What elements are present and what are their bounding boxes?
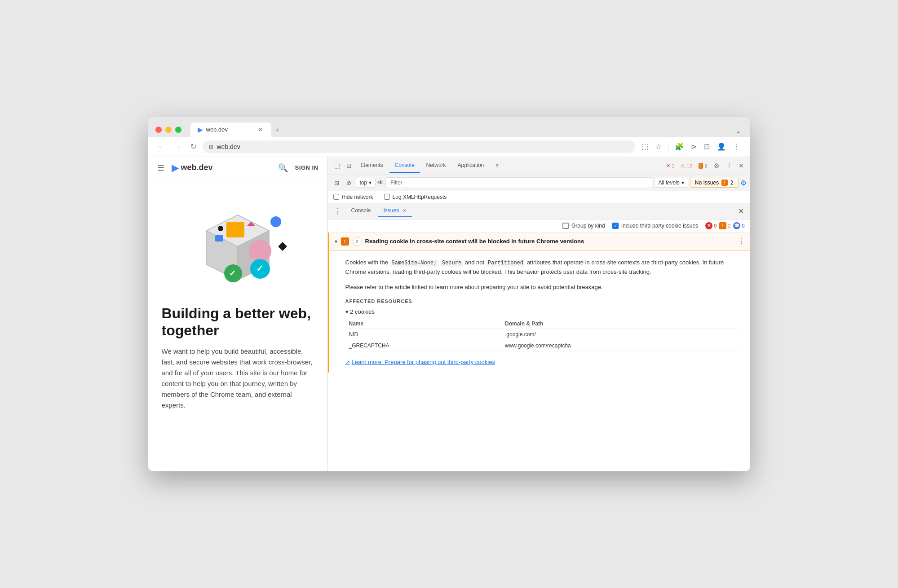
info-badge-icon: 💬 [733,222,740,229]
issues-panel-close[interactable]: ✕ [735,205,747,217]
learn-more-anchor[interactable]: ↗ Learn more: Prepare for phasing out th… [345,359,741,365]
context-dropdown[interactable]: top ▾ [356,178,376,188]
tab-logo-icon: ▶ [198,126,203,133]
split-button[interactable]: ⊡ [701,140,712,153]
console-settings-icon[interactable]: ⚙ [740,179,747,187]
url-bar: ← → ↻ ⊞ web.dev ⬚ ☆ 🧩 ⊳ ⊡ 👤 ⋮ [148,137,750,157]
code-samesite: SameSite=None; [390,259,439,267]
warn-badge-icon: ! [719,222,726,229]
browser-window: ▶ web.dev ✕ + ⌄ ← → ↻ ⊞ web.dev ⬚ ☆ 🧩 ⊳ … [148,117,750,471]
filter-input[interactable] [385,177,652,188]
devtools-header: ⬚ ⊟ Elements Console Network Application… [328,157,750,175]
maximize-button[interactable] [175,127,181,133]
include-third-party-checkbox[interactable]: ✓ [612,223,619,229]
hide-network-checkbox[interactable]: Hide network [333,194,373,200]
info-count: 2 [704,163,707,168]
extension-button[interactable]: 🧩 [672,140,686,153]
tab-elements[interactable]: Elements [355,158,389,173]
back-button[interactable]: ← [155,141,168,153]
info-icon: ! [699,163,703,169]
website-hero: ✓ ✓ Building a better web, together We w… [148,179,327,425]
console-toolbar: ⊟ ⊘ top ▾ 👁 All levels ▾ No Issues ! 2 ⚙ [328,175,750,191]
url-input[interactable]: ⊞ web.dev [203,140,635,153]
close-button[interactable] [155,127,162,133]
site-nav: ☰ ▶ web.dev 🔍 SIGN IN [148,157,327,179]
log-xml-checkbox[interactable]: Log XMLHttpRequests [384,194,447,200]
cookie-name: NID [345,329,502,340]
issue-chevron-icon: ▾ [335,238,337,245]
hamburger-menu[interactable]: ☰ [157,163,164,173]
all-levels-label: All levels [658,180,679,186]
devtools-device-icon[interactable]: ⊟ [344,160,354,171]
group-by-kind-checkbox[interactable] [562,223,569,229]
svg-point-5 [270,216,281,227]
devtools-inspect-icon[interactable]: ⬚ [332,160,343,171]
log-level-dropdown[interactable]: All levels ▾ [654,178,688,188]
more-button[interactable]: ⋮ [730,140,743,153]
site-search-icon[interactable]: 🔍 [278,163,288,173]
sign-in-button[interactable]: SIGN IN [295,164,319,171]
clear-console-button[interactable]: ⊘ [344,178,354,188]
warn-icon: ⚠ [681,163,685,169]
tab-console[interactable]: Console [389,158,420,173]
error-icon: ✕ [666,163,670,169]
sidebar-toggle-button[interactable]: ⊟ [332,178,342,188]
table-row: _GRECAPTCHA www.google.com/recaptcha [345,340,741,351]
issue-header[interactable]: ▾ ! 2 Reading cookie in cross-site conte… [328,233,750,251]
issues-tab-more[interactable]: ⋮ [332,205,344,217]
include-third-party-option[interactable]: ✓ Include third-party cookie issues [612,223,698,229]
issue-section: ▾ ! 2 Reading cookie in cross-site conte… [328,233,750,471]
url-text: web.dev [217,143,240,150]
hide-network-label: Hide network [342,194,373,200]
count-badges: ✕ 0 ! 2 💬 0 [705,222,744,229]
warn-count: 12 [686,163,692,168]
tab-application[interactable]: Application [452,158,490,173]
issues-tab-console[interactable]: Console [346,205,376,217]
profile-button[interactable]: 👤 [714,140,729,153]
warn-badge: ⚠ 12 [678,162,695,170]
svg-text:✓: ✓ [256,263,264,273]
issues-tab-close[interactable]: ✕ [403,208,407,213]
screen-cast-button[interactable]: ⬚ [639,140,651,153]
svg-rect-12 [215,235,223,241]
tab-close-button[interactable]: ✕ [257,126,264,133]
hero-desc: We want to help you build beautiful, acc… [162,346,314,411]
issue-more-button[interactable]: ⋮ [738,237,745,246]
new-tab-button[interactable]: + [271,124,283,137]
issue-info-count: 💬 0 [733,222,744,229]
cookie-name: _GRECAPTCHA [345,340,502,351]
hide-network-row: Hide network Log XMLHttpRequests [328,191,750,203]
window-dropdown-icon[interactable]: ⌄ [734,125,743,137]
devtools-button[interactable]: ⊳ [688,140,699,153]
dropdown-arrow: ▾ [369,180,372,186]
devtools-close-button[interactable]: ✕ [736,160,747,171]
issues-options-row: Group by kind ✓ Include third-party cook… [328,219,750,233]
group-by-kind-option[interactable]: Group by kind [562,223,605,229]
log-xml-input[interactable] [384,194,390,200]
issue-description: Cookies with the SameSite=None; Secure a… [345,258,741,277]
hide-network-input[interactable] [333,194,339,200]
svg-marker-6 [278,242,287,251]
no-issues-badge[interactable]: No Issues ! 2 [690,178,739,188]
toolbar-icons: ⬚ ☆ 🧩 ⊳ ⊡ 👤 ⋮ [639,140,743,153]
minimize-button[interactable] [165,127,172,133]
issues-warn-icon: ! [721,180,728,186]
separator [668,142,668,151]
devtools-more-button[interactable]: ⋮ [723,160,735,171]
browser-tab[interactable]: ▶ web.dev ✕ [190,123,271,137]
cookies-expand[interactable]: ▾ 2 cookies [345,308,741,315]
learn-more-link[interactable]: ↗ Learn more: Prepare for phasing out th… [345,359,741,365]
bookmark-button[interactable]: ☆ [653,140,664,153]
devtools-settings-button[interactable]: ⚙ [711,160,722,171]
refresh-button[interactable]: ↻ [188,140,199,153]
issues-tab-issues[interactable]: Issues ✕ [378,205,412,217]
tab-more[interactable]: » [490,158,504,173]
website-panel: ☰ ▶ web.dev 🔍 SIGN IN [148,157,328,471]
tab-network[interactable]: Network [421,158,451,173]
forward-button[interactable]: → [172,141,184,153]
title-bar: ▶ web.dev ✕ + ⌄ [148,117,750,137]
header-icons: ✕ 1 ⚠ 12 ! 2 ⚙ ⋮ ✕ [664,160,746,171]
table-row: NID .google.com/ [345,329,741,340]
eye-icon[interactable]: 👁 [377,179,384,186]
tab-bar: ▶ web.dev ✕ + ⌄ [190,123,743,137]
